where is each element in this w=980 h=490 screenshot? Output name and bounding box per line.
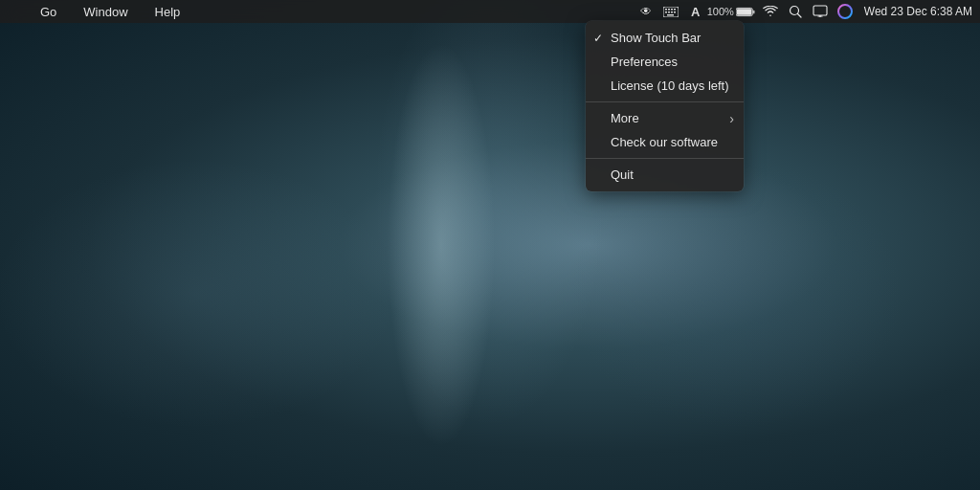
font-icon[interactable]: A <box>686 2 705 21</box>
desktop-background <box>0 0 980 490</box>
screen-icon[interactable] <box>811 2 830 21</box>
license-label: License (10 days left) <box>611 78 729 93</box>
more-label: More <box>611 111 726 125</box>
svg-rect-11 <box>753 10 755 13</box>
menu-item-check-software[interactable]: Check our software <box>586 130 744 154</box>
svg-rect-12 <box>737 9 751 14</box>
menu-window[interactable]: Window <box>78 3 133 21</box>
svg-rect-4 <box>674 9 676 11</box>
svg-rect-1 <box>665 9 667 11</box>
battery-icon[interactable] <box>736 2 755 21</box>
keyboard-icon[interactable] <box>661 2 680 21</box>
svg-rect-2 <box>668 9 670 11</box>
svg-rect-6 <box>668 11 670 13</box>
menubar-left: Go Window Help <box>8 3 186 21</box>
battery-percent: 100% <box>711 2 730 21</box>
search-icon[interactable] <box>786 2 805 21</box>
svg-rect-8 <box>674 11 676 13</box>
menu-go[interactable]: Go <box>34 3 62 21</box>
menu-item-more[interactable]: More <box>586 106 744 130</box>
checkmark-icon: ✓ <box>593 32 607 45</box>
separator-1 <box>586 101 744 102</box>
preferences-label: Preferences <box>611 55 726 69</box>
siri-icon[interactable] <box>835 2 855 21</box>
svg-rect-9 <box>667 14 674 16</box>
svg-line-14 <box>797 14 801 18</box>
svg-point-18 <box>838 5 852 18</box>
svg-rect-5 <box>665 11 667 13</box>
menu-help[interactable]: Help <box>149 3 187 21</box>
quit-label: Quit <box>611 167 726 182</box>
menubar: Go Window Help 👁 A 100% <box>0 0 980 23</box>
check-software-label: Check our software <box>611 135 726 149</box>
menubar-datetime: Wed 23 Dec 6:38 AM <box>864 5 972 18</box>
menu-apple[interactable] <box>8 10 19 13</box>
svg-rect-7 <box>671 11 673 13</box>
menu-item-license[interactable]: License (10 days left) <box>586 74 744 98</box>
dropdown-menu: ✓ Show Touch Bar Preferences License (10… <box>586 21 744 191</box>
wifi-icon[interactable] <box>761 2 780 21</box>
menu-item-preferences[interactable]: Preferences <box>586 50 744 74</box>
svg-rect-3 <box>671 9 673 11</box>
eye-icon[interactable]: 👁 <box>636 2 656 21</box>
menu-item-show-touch-bar[interactable]: ✓ Show Touch Bar <box>586 26 744 50</box>
show-touch-bar-label: Show Touch Bar <box>611 31 726 45</box>
separator-2 <box>586 158 744 159</box>
svg-rect-15 <box>813 6 827 15</box>
menubar-right: 👁 A 100% <box>636 2 972 21</box>
menu-item-quit[interactable]: Quit <box>586 163 744 187</box>
